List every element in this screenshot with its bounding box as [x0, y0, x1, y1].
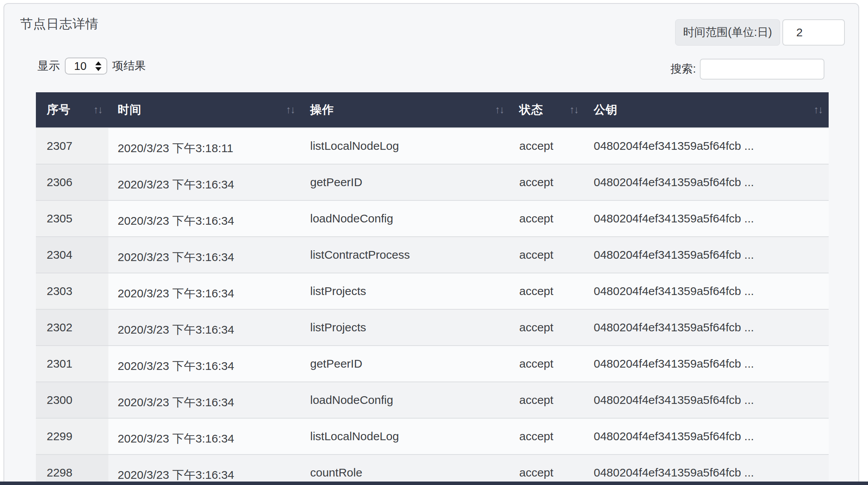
cell-seq: 2299	[36, 419, 108, 454]
cell-seq: 2305	[36, 201, 108, 236]
table-row[interactable]: 2307 2020/3/23 下午3:18:11 listLocalNodeLo…	[36, 127, 829, 164]
table-row[interactable]: 2305 2020/3/23 下午3:16:34 loadNodeConfig …	[36, 200, 829, 236]
cell-operation: listLocalNodeLog	[301, 419, 510, 454]
time-range-label: 时间范围(单位:日)	[675, 19, 780, 46]
bottom-dark-bar	[0, 482, 868, 485]
sort-icon: ↑↓	[569, 104, 578, 116]
cell-pubkey: 0480204f4ef341359a5f64fcb ...	[584, 273, 829, 309]
table-row[interactable]: 2298 2020/3/23 下午3:16:34 countRole accep…	[36, 454, 829, 485]
cell-seq: 2306	[36, 164, 108, 200]
cell-operation: listContractProcess	[301, 237, 510, 273]
search-label: 搜索:	[670, 61, 696, 77]
column-header-time[interactable]: 时间 ↑↓	[108, 92, 301, 127]
sort-icon: ↑↓	[495, 104, 504, 116]
sort-icon: ↑↓	[93, 104, 102, 116]
cell-time: 2020/3/23 下午3:16:34	[108, 419, 301, 454]
table-row[interactable]: 2303 2020/3/23 下午3:16:34 listProjects ac…	[36, 273, 829, 309]
table-row[interactable]: 2304 2020/3/23 下午3:16:34 listContractPro…	[36, 236, 829, 273]
cell-time: 2020/3/23 下午3:16:34	[108, 164, 301, 200]
cell-status: accept	[510, 310, 584, 345]
cell-status: accept	[510, 164, 584, 200]
cell-operation: getPeerID	[301, 346, 510, 382]
cell-pubkey: 0480204f4ef341359a5f64fcb ...	[584, 382, 829, 418]
length-suffix-label: 项结果	[112, 58, 146, 74]
cell-status: accept	[510, 419, 584, 454]
sort-icon: ↑↓	[814, 104, 822, 116]
cell-time: 2020/3/23 下午3:16:34	[108, 346, 301, 382]
cell-pubkey: 0480204f4ef341359a5f64fcb ...	[584, 346, 829, 382]
table-row[interactable]: 2306 2020/3/23 下午3:16:34 getPeerID accep…	[36, 164, 829, 200]
cell-operation: countRole	[301, 455, 510, 485]
column-header-seq[interactable]: 序号 ↑↓	[36, 92, 108, 127]
cell-seq: 2300	[36, 382, 108, 418]
column-label: 操作	[310, 102, 334, 118]
table-header: 序号 ↑↓ 时间 ↑↓ 操作 ↑↓ 状态 ↑↓ 公钥 ↑↓	[36, 92, 829, 127]
column-header-status[interactable]: 状态 ↑↓	[510, 92, 584, 127]
column-label: 序号	[47, 102, 71, 118]
page-length-value: 10	[74, 60, 86, 73]
cell-time: 2020/3/23 下午3:18:11	[108, 128, 301, 164]
select-stepper-icon	[95, 61, 101, 71]
column-label: 公钥	[594, 102, 618, 118]
table-row[interactable]: 2299 2020/3/23 下午3:16:34 listLocalNodeLo…	[36, 418, 829, 454]
search-group: 搜索:	[670, 59, 824, 80]
cell-status: accept	[510, 201, 584, 236]
cell-status: accept	[510, 237, 584, 273]
cell-time: 2020/3/23 下午3:16:34	[108, 382, 301, 418]
cell-seq: 2307	[36, 128, 108, 164]
cell-seq: 2302	[36, 310, 108, 345]
cell-time: 2020/3/23 下午3:16:34	[108, 237, 301, 273]
page: 节点日志详情 显示 10 项结果 时间范围(单位:日) 搜索: 序号 ↑↓	[0, 0, 868, 485]
cell-time: 2020/3/23 下午3:16:34	[108, 201, 301, 236]
table-body: 2307 2020/3/23 下午3:18:11 listLocalNodeLo…	[36, 127, 829, 485]
cell-time: 2020/3/23 下午3:16:34	[108, 455, 301, 485]
page-length-control: 显示 10 项结果	[37, 57, 146, 75]
cell-pubkey: 0480204f4ef341359a5f64fcb ...	[584, 128, 829, 164]
table-row[interactable]: 2300 2020/3/23 下午3:16:34 loadNodeConfig …	[36, 382, 829, 418]
search-input[interactable]	[700, 59, 824, 80]
cell-operation: getPeerID	[301, 164, 510, 200]
table-row[interactable]: 2302 2020/3/23 下午3:16:34 listProjects ac…	[36, 309, 829, 345]
length-prefix-label: 显示	[37, 58, 60, 74]
cell-operation: loadNodeConfig	[301, 382, 510, 418]
column-header-pubkey[interactable]: 公钥 ↑↓	[584, 92, 829, 127]
cell-status: accept	[510, 455, 584, 485]
cell-pubkey: 0480204f4ef341359a5f64fcb ...	[584, 164, 829, 200]
cell-seq: 2298	[36, 455, 108, 485]
column-label: 状态	[519, 102, 543, 118]
cell-operation: loadNodeConfig	[301, 201, 510, 236]
log-table: 序号 ↑↓ 时间 ↑↓ 操作 ↑↓ 状态 ↑↓ 公钥 ↑↓	[36, 92, 829, 485]
cell-status: accept	[510, 346, 584, 382]
cell-seq: 2301	[36, 346, 108, 382]
node-log-card: 节点日志详情 显示 10 项结果 时间范围(单位:日) 搜索: 序号 ↑↓	[3, 3, 859, 485]
cell-pubkey: 0480204f4ef341359a5f64fcb ...	[584, 419, 829, 454]
cell-operation: listLocalNodeLog	[301, 128, 510, 164]
cell-status: accept	[510, 128, 584, 164]
cell-pubkey: 0480204f4ef341359a5f64fcb ...	[584, 310, 829, 345]
sort-icon: ↑↓	[286, 104, 295, 116]
table-row[interactable]: 2301 2020/3/23 下午3:16:34 getPeerID accep…	[36, 345, 829, 382]
time-range-input[interactable]	[782, 19, 845, 46]
cell-time: 2020/3/23 下午3:16:34	[108, 273, 301, 309]
cell-operation: listProjects	[301, 273, 510, 309]
page-length-select[interactable]: 10	[65, 58, 107, 75]
cell-operation: listProjects	[301, 310, 510, 345]
cell-pubkey: 0480204f4ef341359a5f64fcb ...	[584, 237, 829, 273]
time-range-group: 时间范围(单位:日)	[675, 19, 845, 46]
page-title: 节点日志详情	[20, 15, 99, 33]
cell-pubkey: 0480204f4ef341359a5f64fcb ...	[584, 455, 829, 485]
column-label: 时间	[118, 102, 142, 118]
cell-seq: 2303	[36, 273, 108, 309]
cell-status: accept	[510, 382, 584, 418]
cell-pubkey: 0480204f4ef341359a5f64fcb ...	[584, 201, 829, 236]
column-header-operation[interactable]: 操作 ↑↓	[301, 92, 510, 127]
cell-status: accept	[510, 273, 584, 309]
cell-time: 2020/3/23 下午3:16:34	[108, 310, 301, 345]
cell-seq: 2304	[36, 237, 108, 273]
